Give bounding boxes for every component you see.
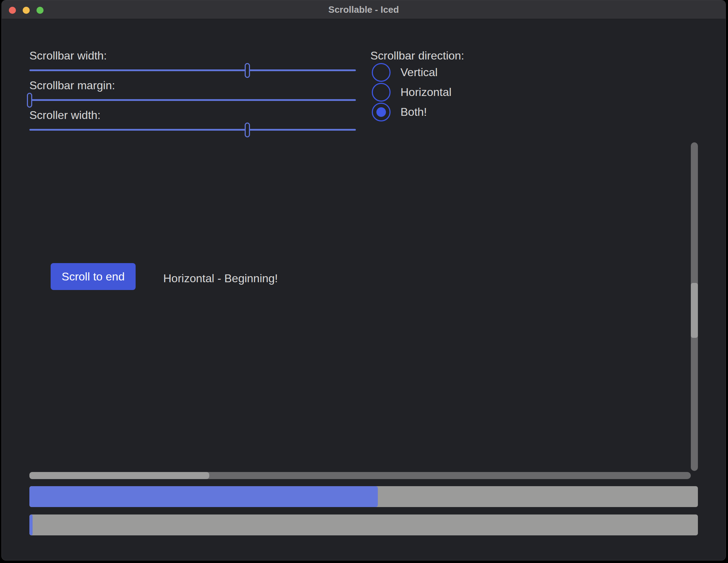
scrollbar-width-label: Scrollbar width: — [29, 49, 107, 63]
radio-both-label[interactable]: Both! — [400, 105, 427, 119]
scroller-width-label: Scroller width: — [29, 108, 101, 122]
progress-bar-horizontal — [29, 486, 698, 507]
scrollbar-margin-slider[interactable] — [29, 99, 356, 101]
scrollbar-width-slider[interactable] — [29, 69, 356, 71]
progress-fill — [29, 486, 378, 507]
scrollbar-direction-label: Scrollbar direction: — [370, 49, 464, 63]
scroller-width-slider[interactable] — [29, 129, 356, 131]
window-title: Scrollable - Iced — [2, 0, 726, 19]
vertical-scrollbar-thumb[interactable] — [691, 283, 698, 338]
scrollbar-margin-label: Scrollbar margin: — [29, 78, 115, 92]
vertical-scrollbar-track[interactable] — [691, 142, 698, 471]
scroll-status-text: Horizontal - Beginning! — [163, 271, 278, 285]
radio-dot-icon — [376, 107, 386, 117]
progress-fill — [29, 514, 33, 535]
progress-bar-vertical — [29, 514, 698, 535]
slider-handle[interactable] — [27, 93, 32, 108]
radio-both[interactable] — [372, 103, 391, 121]
scroll-to-end-button[interactable]: Scroll to end — [51, 263, 136, 290]
radio-vertical[interactable] — [372, 63, 391, 82]
radio-horizontal-label[interactable]: Horizontal — [400, 85, 451, 99]
horizontal-scrollbar-track[interactable] — [29, 472, 691, 479]
radio-horizontal[interactable] — [372, 83, 391, 102]
horizontal-scrollbar-thumb[interactable] — [29, 472, 209, 479]
slider-handle[interactable] — [245, 63, 250, 78]
slider-handle[interactable] — [245, 123, 250, 137]
titlebar: Scrollable - Iced — [2, 0, 726, 19]
app-window: Scrollable - Iced Scrollbar width: Scrol… — [1, 0, 726, 561]
radio-vertical-label[interactable]: Vertical — [400, 65, 438, 79]
